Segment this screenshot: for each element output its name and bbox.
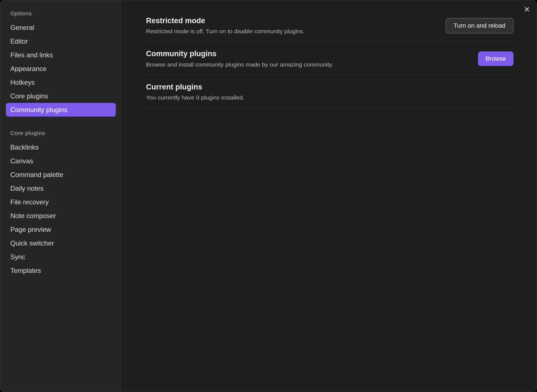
settings-sidebar: Options General Editor Files and links A… bbox=[0, 0, 123, 392]
sidebar-item-backlinks[interactable]: Backlinks bbox=[6, 140, 116, 154]
setting-info: Current plugins You currently have 0 plu… bbox=[146, 82, 514, 101]
sidebar-heading-core-plugins: Core plugins bbox=[6, 130, 116, 136]
sidebar-item-hotkeys[interactable]: Hotkeys bbox=[6, 75, 116, 89]
setting-title-restricted-mode: Restricted mode bbox=[146, 16, 434, 26]
sidebar-item-general[interactable]: General bbox=[6, 21, 116, 34]
setting-row-current-plugins: Current plugins You currently have 0 plu… bbox=[146, 75, 514, 108]
setting-title-current-plugins: Current plugins bbox=[146, 82, 514, 92]
settings-content: ✕ Restricted mode Restricted mode is off… bbox=[123, 0, 537, 392]
sidebar-item-community-plugins[interactable]: Community plugins bbox=[6, 103, 116, 117]
close-button[interactable]: ✕ bbox=[521, 4, 532, 16]
sidebar-item-core-plugins[interactable]: Core plugins bbox=[6, 89, 116, 103]
setting-desc-current-plugins: You currently have 0 plugins installed. bbox=[146, 94, 514, 101]
sidebar-item-appearance[interactable]: Appearance bbox=[6, 62, 116, 75]
sidebar-item-quick-switcher[interactable]: Quick switcher bbox=[6, 236, 116, 250]
setting-row-community-plugins: Community plugins Browse and install com… bbox=[146, 42, 514, 75]
sidebar-item-command-palette[interactable]: Command palette bbox=[6, 168, 116, 181]
sidebar-item-editor[interactable]: Editor bbox=[6, 34, 116, 48]
setting-info: Community plugins Browse and install com… bbox=[146, 49, 467, 68]
sidebar-item-file-recovery[interactable]: File recovery bbox=[6, 195, 116, 209]
sidebar-item-note-composer[interactable]: Note composer bbox=[6, 209, 116, 223]
setting-desc-restricted-mode: Restricted mode is off. Turn on to disab… bbox=[146, 27, 434, 35]
setting-desc-community-plugins: Browse and install community plugins mad… bbox=[146, 61, 467, 69]
sidebar-item-daily-notes[interactable]: Daily notes bbox=[6, 181, 116, 195]
sidebar-item-canvas[interactable]: Canvas bbox=[6, 154, 116, 168]
browse-button[interactable]: Browse bbox=[478, 51, 514, 66]
sidebar-item-sync[interactable]: Sync bbox=[6, 250, 116, 264]
sidebar-section-core-plugins: Core plugins Backlinks Canvas Command pa… bbox=[6, 130, 116, 277]
sidebar-item-files-and-links[interactable]: Files and links bbox=[6, 48, 116, 62]
setting-info: Restricted mode Restricted mode is off. … bbox=[146, 16, 434, 35]
settings-dialog: Options General Editor Files and links A… bbox=[0, 0, 537, 392]
sidebar-item-page-preview[interactable]: Page preview bbox=[6, 223, 116, 236]
turn-on-and-reload-button[interactable]: Turn on and reload bbox=[446, 18, 514, 34]
close-icon: ✕ bbox=[524, 5, 530, 14]
sidebar-item-templates[interactable]: Templates bbox=[6, 264, 116, 277]
setting-row-restricted-mode: Restricted mode Restricted mode is off. … bbox=[146, 9, 514, 42]
sidebar-section-options: Options General Editor Files and links A… bbox=[6, 10, 116, 117]
sidebar-heading-options: Options bbox=[6, 10, 116, 17]
setting-title-community-plugins: Community plugins bbox=[146, 49, 467, 59]
